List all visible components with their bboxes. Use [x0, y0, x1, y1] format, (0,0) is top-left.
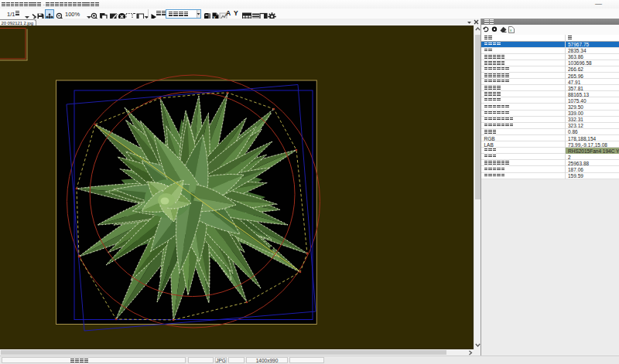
svg-text:x: x [510, 28, 512, 32]
